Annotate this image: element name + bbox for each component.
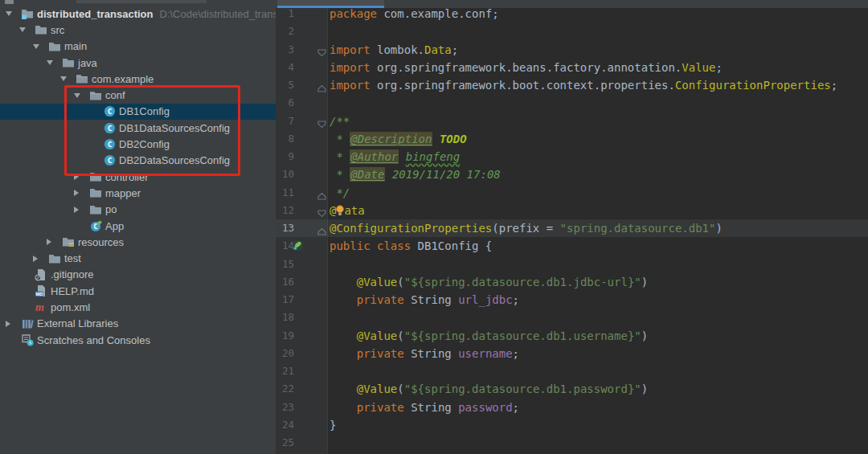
line-number[interactable]: 12 [276, 202, 294, 219]
code-line-6[interactable] [330, 94, 868, 112]
tree-item-db1datasourcesconfig[interactable]: CDB1DataSourcesConfig [0, 120, 276, 136]
chevron-down-icon[interactable] [74, 93, 80, 98]
code-line-18[interactable] [330, 309, 868, 326]
line-number[interactable]: 2 [276, 22, 294, 40]
code-token: @Description [350, 132, 432, 146]
toolbar-remnant [76, 0, 207, 3]
chevron-down-icon[interactable] [60, 76, 67, 81]
code-token [399, 150, 405, 163]
fold-marker-open-icon[interactable] [317, 46, 326, 60]
scratches-icon [21, 333, 34, 346]
fold-marker-open-icon[interactable] [317, 117, 326, 132]
code-line-2[interactable] [330, 22, 868, 40]
code-line-10[interactable]: * @Date 2019/11/20 17:08 [330, 166, 868, 183]
line-number[interactable]: 3 [276, 41, 294, 59]
tree-item-java[interactable]: java [0, 55, 276, 71]
code-area[interactable]: package com.example.conf;import lombok.D… [330, 5, 868, 452]
tree-item-test[interactable]: test [0, 250, 276, 266]
code-line-9[interactable]: * @Author bingfeng [330, 148, 868, 166]
class-icon: C [103, 105, 116, 118]
code-line-17[interactable]: private String url_jdbc; [330, 291, 868, 309]
fold-marker-close-icon[interactable] [317, 189, 326, 203]
tree-item-label: main [64, 40, 87, 52]
code-line-19[interactable]: @Value("${spring.datasource.db1.username… [330, 327, 868, 345]
tree-item-conf[interactable]: conf [0, 87, 276, 103]
code-line-14[interactable]: public class DB1Config { [330, 237, 868, 255]
tree-item-pom-xml[interactable]: mpom.xml [0, 299, 276, 315]
code-line-25[interactable] [330, 434, 868, 452]
line-number[interactable]: 24 [276, 416, 294, 434]
line-number[interactable]: 9 [276, 148, 294, 166]
tree-item-scratches-and-consoles[interactable]: Scratches and Consoles [0, 332, 276, 348]
tree-item-controller[interactable]: controller [0, 169, 276, 185]
line-number[interactable]: 16 [276, 273, 294, 291]
chevron-right-icon[interactable] [74, 207, 79, 213]
tree-item-label: DB2Config [119, 138, 170, 150]
line-number[interactable]: 6 [276, 94, 294, 112]
intention-bulb-icon[interactable] [336, 203, 344, 215]
tree-item-db2datasourcesconfig[interactable]: CDB2DataSourcesConfig [0, 153, 276, 169]
tree-item-src[interactable]: src [0, 22, 276, 38]
code-line-15[interactable] [330, 256, 868, 273]
chevron-right-icon[interactable] [47, 239, 51, 245]
chevron-right-icon[interactable] [74, 190, 79, 196]
code-token: String [404, 347, 458, 360]
code-token: ( [397, 276, 403, 288]
code-line-24[interactable]: } [330, 416, 868, 434]
tree-arrow-slot [74, 190, 89, 196]
code-token: "${spring.datasource.db1.username}" [404, 329, 641, 342]
line-number[interactable]: 18 [276, 309, 294, 326]
fold-marker-close-icon[interactable] [317, 81, 326, 96]
toolbar-icon-partial [5, 0, 14, 4]
tree-item-main[interactable]: main [0, 39, 276, 55]
tree-item-db1config[interactable]: CDB1Config [0, 104, 276, 120]
code-line-22[interactable]: @Value("${spring.datasource.db1.password… [330, 380, 868, 398]
line-number[interactable]: 19 [276, 327, 294, 345]
line-number[interactable]: 11 [276, 184, 294, 202]
chevron-right-icon[interactable] [6, 321, 10, 327]
line-number[interactable]: 25 [276, 434, 294, 452]
tree-item-mapper[interactable]: mapper [0, 185, 276, 201]
code-line-16[interactable]: @Value("${spring.datasource.db1.jdbc-url… [330, 273, 868, 291]
tree-item-distributed-transaction[interactable]: distributed_transactionD:\Code\distribut… [0, 6, 276, 22]
tree-item-external-libraries[interactable]: External Libraries [0, 316, 276, 332]
line-number[interactable]: 10 [276, 166, 294, 183]
tree-item-db2config[interactable]: CDB2Config [0, 136, 276, 152]
line-number[interactable]: 5 [276, 76, 294, 94]
chevron-down-icon[interactable] [19, 27, 26, 32]
tree-item-app[interactable]: CApp [0, 218, 276, 234]
line-number[interactable]: 17 [276, 291, 294, 309]
project-panel: distributed_transactionD:\Code\distribut… [0, 0, 276, 454]
chevron-down-icon[interactable] [33, 44, 39, 49]
spring-leaf-gutter-icon[interactable] [292, 239, 304, 255]
code-line-12[interactable]: @ata [330, 202, 868, 219]
code-line-5[interactable]: import org.springframework.boot.context.… [330, 76, 868, 94]
tree-item-gitignore[interactable]: .gitignore [0, 267, 276, 283]
tree-item-help-md[interactable]: MDHELP.md [0, 283, 276, 299]
line-number[interactable]: 20 [276, 345, 294, 362]
line-number[interactable]: 4 [276, 59, 294, 76]
line-number[interactable]: 22 [276, 380, 294, 398]
line-number[interactable]: 15 [276, 256, 294, 273]
code-line-4[interactable]: import org.springframework.beans.factory… [330, 59, 868, 76]
tree-item-com-example[interactable]: com.example [0, 71, 276, 87]
chevron-down-icon[interactable] [6, 11, 12, 16]
code-line-23[interactable]: private String password; [330, 399, 868, 416]
line-number[interactable]: 7 [276, 112, 294, 130]
line-number[interactable]: 23 [276, 399, 294, 416]
code-line-8[interactable]: * @Description TODO [330, 130, 868, 148]
code-line-7[interactable]: /** [330, 112, 868, 130]
code-line-20[interactable]: private String username; [330, 345, 868, 362]
line-number[interactable]: 21 [276, 362, 294, 380]
chevron-right-icon[interactable] [74, 174, 79, 180]
code-line-3[interactable]: import lombok.Data; [330, 41, 868, 59]
tree-item-resources[interactable]: resources [0, 234, 276, 250]
chevron-down-icon[interactable] [47, 60, 53, 65]
editor-tab[interactable] [277, 0, 384, 8]
tree-item-po[interactable]: po [0, 202, 276, 218]
code-line-11[interactable]: */ [330, 184, 868, 202]
code-line-13[interactable]: @ConfigurationProperties(prefix = "sprin… [330, 219, 868, 237]
code-line-21[interactable] [330, 362, 868, 380]
line-number[interactable]: 8 [276, 130, 294, 148]
chevron-right-icon[interactable] [33, 256, 38, 262]
